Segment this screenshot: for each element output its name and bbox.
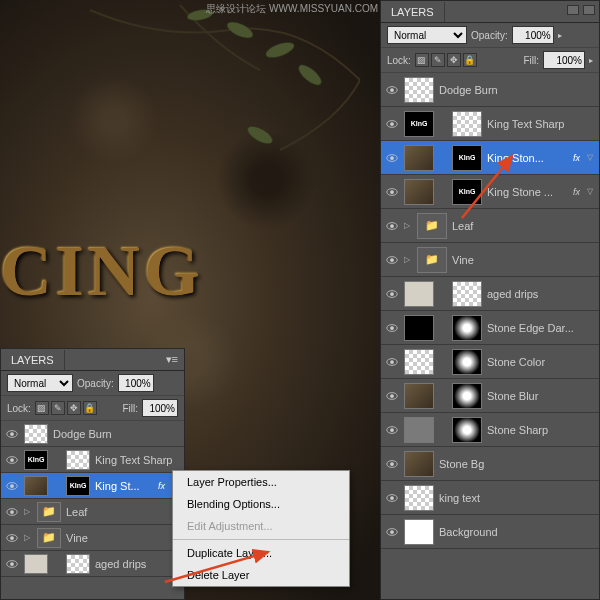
layer-thumb[interactable] bbox=[24, 554, 48, 574]
visibility-eye-icon[interactable] bbox=[385, 355, 399, 369]
layer-thumb[interactable] bbox=[404, 383, 434, 409]
visibility-eye-icon[interactable] bbox=[385, 423, 399, 437]
layer-name[interactable]: Background bbox=[439, 526, 595, 538]
layer-mask-thumb[interactable]: KInG bbox=[452, 145, 482, 171]
layer-row[interactable]: ▷📁 Vine bbox=[1, 525, 184, 551]
menu-item[interactable]: Blending Options... bbox=[173, 493, 349, 515]
panel-menu-icon-sec[interactable]: ▾≡ bbox=[160, 349, 184, 370]
layer-row[interactable]: aged drips bbox=[1, 551, 184, 577]
menu-item[interactable]: Layer Properties... bbox=[173, 471, 349, 493]
group-expand-icon[interactable]: ▷ bbox=[24, 533, 32, 542]
layer-name[interactable]: aged drips bbox=[95, 558, 180, 570]
layer-row[interactable]: KInG King St... fx▽ bbox=[1, 473, 184, 499]
layer-mask-thumb[interactable] bbox=[66, 554, 90, 574]
layer-name[interactable]: Dodge Burn bbox=[439, 84, 595, 96]
opacity-input-sec[interactable] bbox=[118, 374, 154, 392]
layer-mask-thumb[interactable] bbox=[452, 417, 482, 443]
layer-name[interactable]: Stone Color bbox=[487, 356, 595, 368]
group-expand-icon[interactable]: ▷ bbox=[404, 255, 412, 264]
layer-name[interactable]: Stone Sharp bbox=[487, 424, 595, 436]
lock-position-icon-sec[interactable]: ✥ bbox=[67, 401, 81, 415]
layers-tab[interactable]: LAYERS bbox=[381, 2, 445, 22]
visibility-eye-icon[interactable] bbox=[385, 321, 399, 335]
layer-name[interactable]: Stone Edge Dar... bbox=[487, 322, 595, 334]
lock-transparency-icon-sec[interactable]: ▨ bbox=[35, 401, 49, 415]
layer-thumb[interactable] bbox=[404, 315, 434, 341]
layers-tab-sec[interactable]: LAYERS bbox=[1, 350, 65, 370]
layer-thumb[interactable] bbox=[24, 424, 48, 444]
blend-mode-select-sec[interactable]: Normal bbox=[7, 374, 73, 392]
layer-thumb[interactable]: 📁 bbox=[417, 247, 447, 273]
layer-row[interactable]: Background bbox=[381, 515, 599, 549]
visibility-eye-icon[interactable] bbox=[385, 491, 399, 505]
opacity-dropdown-icon[interactable]: ▸ bbox=[558, 31, 562, 40]
layer-row[interactable]: ▷📁 Leaf bbox=[1, 499, 184, 525]
visibility-eye-icon[interactable] bbox=[385, 389, 399, 403]
layer-row[interactable]: Stone Bg bbox=[381, 447, 599, 481]
fx-expand-icon[interactable]: ▽ bbox=[587, 153, 595, 162]
visibility-eye-icon[interactable] bbox=[385, 151, 399, 165]
layer-name[interactable]: Leaf bbox=[452, 220, 595, 232]
layer-row[interactable]: aged drips bbox=[381, 277, 599, 311]
fx-badge[interactable]: fx bbox=[158, 481, 165, 491]
lock-all-icon-sec[interactable]: 🔒 bbox=[83, 401, 97, 415]
layer-name[interactable]: King Ston... bbox=[487, 152, 568, 164]
menu-item[interactable]: Delete Layer bbox=[173, 564, 349, 586]
layer-name[interactable]: Stone Bg bbox=[439, 458, 595, 470]
layer-name[interactable]: Vine bbox=[452, 254, 595, 266]
layer-thumb[interactable] bbox=[404, 417, 434, 443]
visibility-eye-icon[interactable] bbox=[385, 219, 399, 233]
layer-thumb[interactable] bbox=[404, 349, 434, 375]
layer-thumb[interactable] bbox=[404, 519, 434, 545]
layer-thumb[interactable] bbox=[404, 179, 434, 205]
layer-mask-thumb[interactable] bbox=[452, 383, 482, 409]
layer-name[interactable]: aged drips bbox=[487, 288, 595, 300]
panel-collapse-icon[interactable] bbox=[567, 5, 579, 15]
blend-mode-select[interactable]: Normal bbox=[387, 26, 467, 44]
layer-mask-thumb[interactable]: KInG bbox=[452, 179, 482, 205]
layer-row[interactable]: KInG King Text Sharp bbox=[1, 447, 184, 473]
group-expand-icon[interactable]: ▷ bbox=[24, 507, 32, 516]
layer-row[interactable]: KInG King Ston... fx▽ bbox=[381, 141, 599, 175]
layer-row[interactable]: ▷📁 Vine bbox=[381, 243, 599, 277]
layer-thumb[interactable]: KInG bbox=[24, 450, 48, 470]
layer-row[interactable]: king text bbox=[381, 481, 599, 515]
layer-row[interactable]: Stone Blur bbox=[381, 379, 599, 413]
lock-all-icon[interactable]: 🔒 bbox=[463, 53, 477, 67]
layer-name[interactable]: Stone Blur bbox=[487, 390, 595, 402]
fill-input-sec[interactable] bbox=[142, 399, 178, 417]
fx-badge[interactable]: fx bbox=[573, 153, 580, 163]
layer-thumb[interactable]: 📁 bbox=[417, 213, 447, 239]
fill-dropdown-icon[interactable]: ▸ bbox=[589, 56, 593, 65]
visibility-eye-icon[interactable] bbox=[5, 557, 19, 571]
layer-row[interactable]: Stone Color bbox=[381, 345, 599, 379]
layer-name[interactable]: Dodge Burn bbox=[53, 428, 180, 440]
visibility-eye-icon[interactable] bbox=[5, 531, 19, 545]
layer-thumb[interactable]: KInG bbox=[404, 111, 434, 137]
layer-name[interactable]: Vine bbox=[66, 532, 180, 544]
layer-thumb[interactable]: 📁 bbox=[37, 528, 61, 548]
layer-name[interactable]: king text bbox=[439, 492, 595, 504]
visibility-eye-icon[interactable] bbox=[385, 185, 399, 199]
layer-thumb[interactable] bbox=[24, 476, 48, 496]
visibility-eye-icon[interactable] bbox=[5, 427, 19, 441]
visibility-eye-icon[interactable] bbox=[385, 83, 399, 97]
menu-item[interactable]: Duplicate Layer... bbox=[173, 542, 349, 564]
visibility-eye-icon[interactable] bbox=[385, 253, 399, 267]
group-expand-icon[interactable]: ▷ bbox=[404, 221, 412, 230]
layer-mask-thumb[interactable] bbox=[452, 111, 482, 137]
layer-thumb[interactable] bbox=[404, 77, 434, 103]
layer-thumb[interactable] bbox=[404, 145, 434, 171]
visibility-eye-icon[interactable] bbox=[5, 453, 19, 467]
fx-expand-icon[interactable]: ▽ bbox=[587, 187, 595, 196]
lock-image-icon-sec[interactable]: ✎ bbox=[51, 401, 65, 415]
lock-image-icon[interactable]: ✎ bbox=[431, 53, 445, 67]
layer-thumb[interactable] bbox=[404, 281, 434, 307]
panel-close-icon[interactable] bbox=[583, 5, 595, 15]
layer-mask-thumb[interactable] bbox=[452, 315, 482, 341]
layer-mask-thumb[interactable]: KInG bbox=[66, 476, 90, 496]
layer-row[interactable]: Dodge Burn bbox=[1, 421, 184, 447]
layer-mask-thumb[interactable] bbox=[452, 349, 482, 375]
visibility-eye-icon[interactable] bbox=[5, 505, 19, 519]
layer-name[interactable]: Leaf bbox=[66, 506, 180, 518]
